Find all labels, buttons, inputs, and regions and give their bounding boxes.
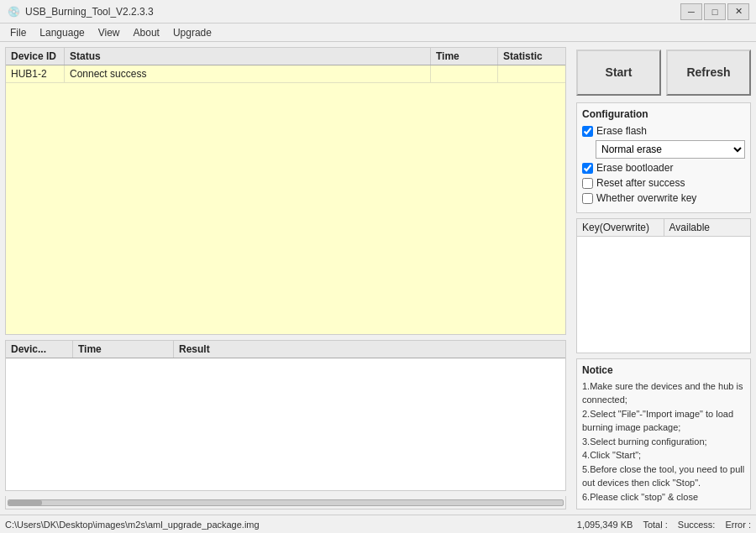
key-col-name: Key(Overwrite) [577,219,664,236]
overwrite-key-label[interactable]: Whether overwrite key [596,192,696,204]
notice-text: 1.Make sure the devices and the hub is c… [582,379,745,504]
scroll-thumb[interactable] [8,500,42,505]
device-table-bottom: Devic... Time Result [5,340,566,491]
overwrite-key-checkbox[interactable] [582,193,593,204]
total-segment: Total : [643,520,667,530]
status-bar: C:\Users\DK\Desktop\images\m2s\aml_upgra… [0,515,756,533]
scrollbar[interactable] [5,496,566,509]
left-panel: Device ID Status Time Statistic HUB1-2 C… [0,42,571,515]
error-segment: Error : [725,520,751,530]
key-col-available: Available [664,219,751,236]
notice-panel: Notice 1.Make sure the devices and the h… [576,358,751,510]
cell-statistic [498,65,565,82]
app-title: USB_Burning_Tool_V2.2.3.3 [25,6,680,18]
scroll-track[interactable] [8,499,564,506]
menu-file[interactable]: File [3,25,33,40]
col-statistic: Statistic [498,48,565,65]
cell-status: Connect success [65,65,431,82]
erase-mode-select[interactable]: Normal erase Full erase [596,140,745,159]
device-table-top: Device ID Status Time Statistic HUB1-2 C… [5,47,566,335]
cell-time [431,65,498,82]
error-label: Error : [725,520,751,530]
menu-view[interactable]: View [92,25,127,40]
key-panel: Key(Overwrite) Available [576,218,751,353]
erase-flash-checkbox[interactable] [582,126,593,137]
config-panel: Configuration Erase flash Normal erase F… [576,102,751,213]
reset-after-success-label[interactable]: Reset after success [596,177,685,189]
menu-language[interactable]: Language [33,25,91,40]
key-body [577,237,750,353]
table-header-bottom: Devic... Time Result [6,341,565,358]
col-bottom-time: Time [73,341,174,358]
table-body-top: HUB1-2 Connect success [6,65,565,334]
cell-device-id: HUB1-2 [6,65,65,82]
menu-upgrade[interactable]: Upgrade [166,25,218,40]
file-size-segment: 1,095,349 KB [577,520,633,530]
erase-bootloader-row: Erase bootloader [582,162,745,174]
config-title: Configuration [582,108,745,120]
notice-title: Notice [582,364,745,376]
table-body-bottom [6,358,565,490]
reset-after-success-checkbox[interactable] [582,178,593,189]
menu-bar: File Language View About Upgrade [0,24,756,42]
col-device-id: Device ID [6,48,65,65]
action-buttons: Start Refresh [576,47,751,97]
success-label: Success: [678,520,716,530]
title-bar: 💿 USB_Burning_Tool_V2.2.3.3 ─ □ ✕ [0,0,756,24]
overwrite-key-row: Whether overwrite key [582,192,745,204]
minimize-button[interactable]: ─ [680,3,702,20]
maximize-button[interactable]: □ [704,3,726,20]
right-panel: Start Refresh Configuration Erase flash … [571,42,756,515]
app-icon: 💿 [7,5,20,18]
erase-mode-row: Normal erase Full erase [596,140,745,159]
close-button[interactable]: ✕ [727,3,749,20]
file-size: 1,095,349 KB [577,520,633,530]
key-header: Key(Overwrite) Available [577,219,750,237]
file-path: C:\Users\DK\Desktop\images\m2s\aml_upgra… [5,520,567,530]
main-content: Device ID Status Time Statistic HUB1-2 C… [0,42,756,515]
menu-about[interactable]: About [127,25,166,40]
col-bottom-result: Result [174,341,565,358]
erase-flash-label[interactable]: Erase flash [596,125,647,137]
success-segment: Success: [678,520,716,530]
erase-bootloader-checkbox[interactable] [582,163,593,174]
erase-bootloader-label[interactable]: Erase bootloader [596,162,673,174]
col-bottom-device: Devic... [6,341,73,358]
col-status: Status [65,48,431,65]
erase-flash-row: Erase flash [582,125,745,137]
table-header: Device ID Status Time Statistic [6,48,565,65]
total-label: Total : [643,520,667,530]
col-time: Time [431,48,498,65]
start-button[interactable]: Start [576,50,661,96]
refresh-button[interactable]: Refresh [666,50,751,96]
table-row: HUB1-2 Connect success [6,65,565,83]
reset-after-success-row: Reset after success [582,177,745,189]
